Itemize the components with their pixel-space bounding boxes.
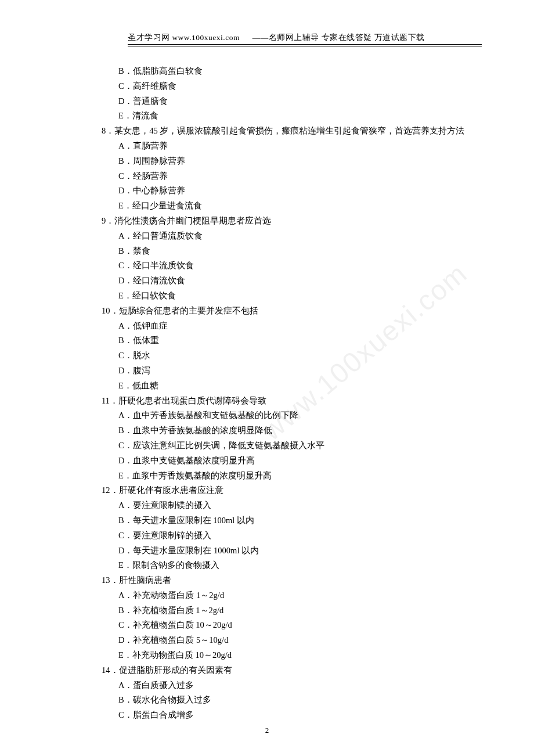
answer-option: E．血浆中芳香族氨基酸的浓度明显升高: [102, 469, 476, 484]
question-stem: 14．促进脂肪肝形成的有关因素有: [102, 663, 476, 678]
answer-option: C．高纤维膳食: [102, 79, 476, 94]
answer-option: D．经口清流饮食: [102, 273, 476, 289]
answer-option: C．要注意限制锌的摄入: [102, 528, 476, 543]
content-area: B．低脂肪高蛋白软食C．高纤维膳食D．普通膳食E．清流食8．某女患，45 岁，误…: [102, 64, 476, 723]
answer-option: D．普通膳食: [102, 94, 476, 109]
answer-option: B．每天进水量应限制在 100ml 以内: [102, 513, 476, 528]
answer-option: A．直肠营养: [102, 139, 476, 154]
answer-option: A．要注意限制镁的摄入: [102, 498, 476, 513]
answer-option: A．血中芳香族氨基酸和支链氨基酸的比例下降: [102, 408, 476, 423]
answer-option: D．血浆中支链氨基酸浓度明显升高: [102, 453, 476, 469]
answer-option: D．补充植物蛋白质 5～10g/d: [102, 633, 476, 648]
answer-option: E．经口软饮食: [102, 289, 476, 304]
answer-option: A．补充动物蛋白质 1～2g/d: [102, 588, 476, 603]
answer-option: B．周围静脉营养: [102, 154, 476, 169]
question-stem: 8．某女患，45 岁，误服浓硫酸引起食管损伤，瘢痕粘连增生引起食管狭窄，首选营养…: [102, 124, 476, 139]
answer-option: D．中心静脉营养: [102, 183, 476, 199]
answer-option: A．蛋白质摄入过多: [102, 678, 476, 693]
answer-option: E．清流食: [102, 109, 476, 124]
answer-option: C．应该注意纠正比例失调，降低支链氨基酸摄入水平: [102, 438, 476, 453]
header-right: ——名师网上辅导 专家在线答疑 万道试题下载: [252, 33, 425, 42]
answer-option: B．血浆中芳香族氨基酸的浓度明显降低: [102, 423, 476, 438]
question-stem: 9．消化性溃疡合并幽门梗阻早期患者应首选: [102, 214, 476, 229]
answer-option: D．腹泻: [102, 363, 476, 379]
answer-option: A．低钾血症: [102, 319, 476, 334]
header-left: 圣才学习网 www.100xuexi.com: [128, 33, 240, 42]
answer-option: E．低血糖: [102, 379, 476, 394]
answer-option: B．低脂肪高蛋白软食: [102, 64, 476, 79]
answer-option: E．补充动物蛋白质 10～20g/d: [102, 648, 476, 663]
answer-option: A．经口普通流质饮食: [102, 229, 476, 244]
question-stem: 10．短肠综合征患者的主要并发症不包括: [102, 304, 476, 319]
answer-option: E．限制含钠多的食物摄入: [102, 558, 476, 573]
document-page: 圣才学习网 www.100xuexi.com ——名师网上辅导 专家在线答疑 万…: [0, 0, 534, 756]
question-stem: 13．肝性脑病患者: [102, 573, 476, 588]
page-header: 圣才学习网 www.100xuexi.com ——名师网上辅导 专家在线答疑 万…: [128, 33, 482, 43]
answer-option: D．每天进水量应限制在 1000ml 以内: [102, 543, 476, 559]
answer-option: C．补充植物蛋白质 10～20g/d: [102, 618, 476, 633]
answer-option: B．低体重: [102, 333, 476, 348]
answer-option: C．脂蛋白合成增多: [102, 708, 476, 723]
answer-option: B．补充植物蛋白质 1～2g/d: [102, 603, 476, 618]
answer-option: E．经口少量进食流食: [102, 199, 476, 214]
question-stem: 11．肝硬化患者出现蛋白质代谢障碍会导致: [102, 394, 476, 409]
answer-option: B．碳水化合物摄入过多: [102, 693, 476, 708]
answer-option: C．经口半流质饮食: [102, 258, 476, 273]
answer-option: B．禁食: [102, 244, 476, 259]
answer-option: C．脱水: [102, 348, 476, 363]
question-stem: 12．肝硬化伴有腹水患者应注意: [102, 483, 476, 498]
page-number: 2: [0, 726, 534, 735]
header-rule: [128, 44, 482, 46]
answer-option: C．经肠营养: [102, 169, 476, 184]
